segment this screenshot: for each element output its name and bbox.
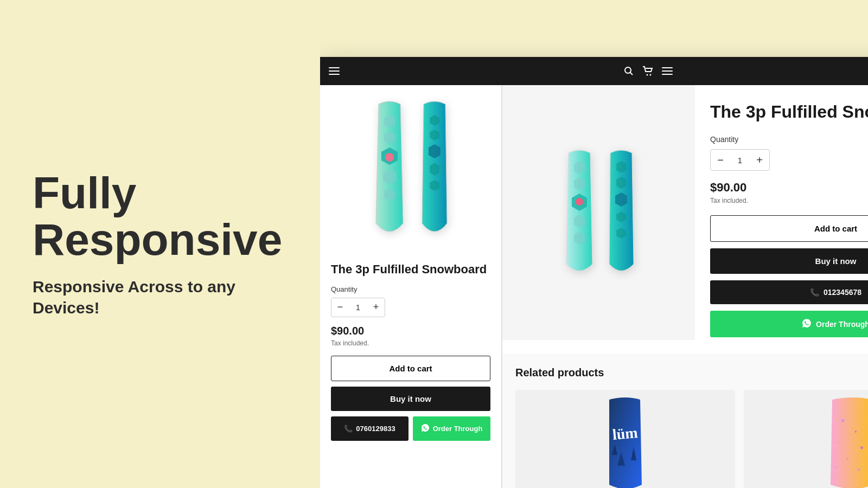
buy-it-now-desktop[interactable]: Buy it now <box>710 248 868 274</box>
svg-point-5 <box>647 74 648 76</box>
browser-area: The 3p Fulfilled Snowboard Quantity − 1 … <box>320 0 868 488</box>
related-title: Related products <box>515 367 868 379</box>
snowboard-display-left <box>368 93 454 245</box>
snowboard-left-2 <box>416 99 454 240</box>
svg-text:✦: ✦ <box>846 457 850 461</box>
nav-center <box>624 66 673 76</box>
menu-icon[interactable] <box>329 67 340 75</box>
desktop-image-area <box>502 85 695 340</box>
add-to-cart-left[interactable]: Add to cart <box>331 356 490 381</box>
related-section: Related products <box>502 354 868 488</box>
quantity-label-desktop: Quantity <box>710 135 868 144</box>
svg-rect-9 <box>662 74 673 75</box>
order-whatsapp-left[interactable]: Order Through <box>413 416 490 441</box>
related-snowboard-2: ★ ✦ ✧ ★ ✦ ✧ ★ <box>824 395 869 488</box>
quantity-control-desktop: − 1 + <box>710 149 770 171</box>
price-left: $90.00 <box>331 325 490 337</box>
qty-increase-left[interactable]: + <box>367 298 385 317</box>
tax-note-left: Tax included. <box>331 339 490 347</box>
related-grid: lüm <box>515 390 868 488</box>
svg-rect-8 <box>662 70 673 72</box>
phone-btn-desktop[interactable]: 📞 012345678 <box>710 280 868 304</box>
svg-rect-2 <box>329 74 340 75</box>
search-icon-center[interactable] <box>624 66 634 76</box>
svg-text:★: ★ <box>840 418 845 423</box>
qty-value-left: 1 <box>349 303 367 312</box>
svg-text:✧: ✧ <box>838 441 840 445</box>
product-details-left: The 3p Fulfilled Snowboard Quantity − 1 … <box>320 253 501 450</box>
snowboard-right-1 <box>559 147 599 278</box>
snowboard-display-right <box>559 137 639 288</box>
quantity-label-left: Quantity <box>331 285 490 293</box>
qty-increase-desktop[interactable]: + <box>750 150 769 170</box>
qty-value-desktop: 1 <box>730 156 750 165</box>
svg-text:★: ★ <box>859 445 864 451</box>
add-to-cart-desktop[interactable]: Add to cart <box>710 215 868 242</box>
svg-point-30 <box>576 198 583 206</box>
nav-left <box>329 67 340 75</box>
phone-icon-left: 📞 <box>344 425 353 433</box>
svg-text:★: ★ <box>857 467 861 472</box>
sub-heading: Responsive Across to any Devices! <box>33 276 288 318</box>
main-content: The 3p Fulfilled Snowboard Quantity − 1 … <box>320 85 868 488</box>
nav-bar <box>320 57 868 85</box>
phone-btn-left[interactable]: 📞 0760129833 <box>331 416 409 441</box>
left-panel: Fully Responsive Responsive Across to an… <box>0 0 320 488</box>
product-title-desktop: The 3p Fulfilled Snowboard <box>710 101 868 122</box>
browser-window: The 3p Fulfilled Snowboard Quantity − 1 … <box>320 57 868 488</box>
product-col-right: The 3p Fulfilled Snowboard Quantity − 1 … <box>502 85 868 488</box>
related-item-2[interactable]: ★ ✦ ✧ ★ ✦ ✧ ★ <box>744 390 868 488</box>
quantity-control-left: − 1 + <box>331 298 385 317</box>
related-snowboard-1: lüm <box>601 395 650 488</box>
qty-decrease-desktop[interactable]: − <box>711 150 730 170</box>
hamburger-icon-center[interactable] <box>662 67 673 75</box>
svg-point-3 <box>625 67 631 73</box>
price-desktop: $90.00 <box>710 181 868 195</box>
svg-rect-1 <box>329 70 340 72</box>
svg-point-6 <box>650 74 652 76</box>
svg-text:✧: ✧ <box>835 466 838 469</box>
related-item-1[interactable]: lüm <box>515 390 735 488</box>
svg-text:✦: ✦ <box>854 429 858 434</box>
whatsapp-icon-desktop <box>802 318 812 330</box>
qty-decrease-left[interactable]: − <box>331 298 349 317</box>
svg-rect-7 <box>662 67 673 68</box>
product-col-left: The 3p Fulfilled Snowboard Quantity − 1 … <box>320 85 502 488</box>
snowboard-left-1 <box>368 99 411 240</box>
svg-line-4 <box>630 73 633 75</box>
desktop-product-section: The 3p Fulfilled Snowboard Quantity − 1 … <box>502 85 868 354</box>
svg-rect-0 <box>329 67 340 68</box>
phone-icon-desktop: 📞 <box>810 288 819 297</box>
svg-text:lüm: lüm <box>611 424 638 443</box>
snowboard-right-2 <box>604 147 639 278</box>
desktop-product-info: The 3p Fulfilled Snowboard Quantity − 1 … <box>695 85 868 354</box>
order-whatsapp-desktop[interactable]: Order Through <box>710 311 868 337</box>
main-heading: Fully Responsive <box>33 170 288 263</box>
svg-point-19 <box>385 153 394 162</box>
bottom-btns-left: 📞 0760129833 Order Through <box>331 416 490 441</box>
buy-it-now-left[interactable]: Buy it now <box>331 387 490 411</box>
product-image-area-left <box>320 85 501 253</box>
product-title-left: The 3p Fulfilled Snowboard <box>331 262 490 278</box>
tax-note-desktop: Tax included. <box>710 197 868 204</box>
cart-icon-center[interactable] <box>642 66 653 76</box>
whatsapp-icon-left <box>421 423 430 434</box>
